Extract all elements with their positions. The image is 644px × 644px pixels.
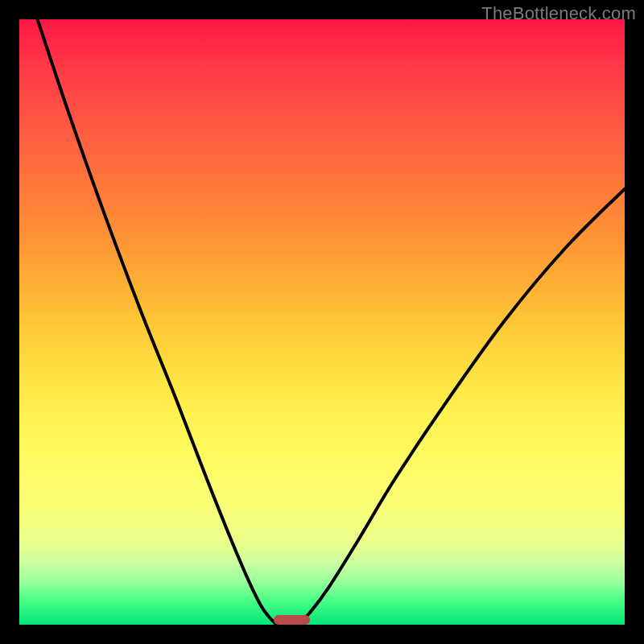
plot-area (19, 19, 625, 625)
right-bottleneck-curve (298, 189, 625, 625)
left-bottleneck-curve (38, 19, 277, 625)
chart-frame: TheBottleneck.com (0, 0, 644, 644)
watermark-text: TheBottleneck.com (481, 3, 636, 24)
curves-svg (19, 19, 625, 625)
optimal-range-marker (274, 615, 310, 625)
